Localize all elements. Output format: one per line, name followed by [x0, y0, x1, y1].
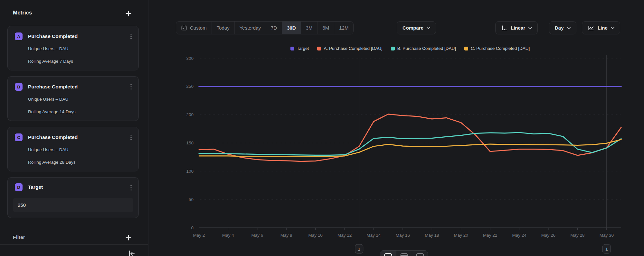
y-axis-label: 250: [186, 84, 194, 89]
y-axis-label: 0: [191, 225, 194, 230]
table-view-button[interactable]: [396, 251, 412, 256]
x-axis-label: May 2: [193, 233, 205, 238]
range-yesterday-button[interactable]: Yesterday: [234, 22, 266, 34]
chevron-down-icon: [567, 27, 571, 29]
x-axis-label: May 10: [308, 233, 323, 238]
metric-card-b[interactable]: B Purchase Completed Unique Users – DAU …: [7, 76, 139, 121]
metric-measure: Unique Users – DAU: [28, 46, 68, 51]
kebab-menu-icon: [130, 84, 132, 90]
range-6m-button[interactable]: 6M: [317, 22, 334, 34]
chart-view-icon: [384, 253, 392, 256]
metric-measure: Unique Users – DAU: [28, 97, 68, 102]
x-axis-label: May 20: [454, 233, 468, 238]
line-chart-icon: [588, 25, 594, 31]
y-axis-label: 300: [186, 56, 194, 61]
annotation-badge-label: 1: [605, 247, 608, 251]
kebab-menu-icon: [130, 33, 132, 39]
metric-menu-button[interactable]: [128, 82, 135, 91]
grid-view-icon: [416, 253, 424, 256]
x-axis-label: May 12: [337, 233, 352, 238]
metric-card-a[interactable]: A Purchase Completed Unique Users – DAU …: [7, 26, 139, 70]
y-axis-label: 200: [186, 112, 194, 117]
range-today-button[interactable]: Today: [212, 22, 234, 34]
x-axis-label: May 6: [251, 233, 263, 238]
y-axis-label: 150: [186, 141, 194, 145]
metric-rollup: Rolling Average 14 Days: [28, 109, 76, 114]
x-axis-label: May 14: [366, 233, 381, 238]
range-12m-button[interactable]: 12M: [334, 22, 353, 34]
range-custom-button[interactable]: Custom: [176, 22, 212, 34]
x-axis-label: May 4: [222, 233, 234, 238]
chevron-down-icon: [611, 27, 614, 29]
chart-view-button[interactable]: [380, 251, 396, 256]
y-axis-label: 50: [189, 197, 194, 202]
x-axis-label: May 18: [425, 233, 439, 238]
series-line-c: [199, 140, 621, 156]
chart-area: 050100150200250300May 2May 4May 6May 8Ma…: [148, 42, 644, 256]
target-card[interactable]: D Target: [7, 177, 139, 218]
collapse-sidebar-button[interactable]: [128, 250, 136, 256]
x-axis-label: May 8: [280, 233, 292, 238]
metric-badge: C: [15, 133, 23, 141]
metric-title: Purchase Completed: [28, 134, 78, 140]
target-value-input[interactable]: [13, 198, 133, 212]
series-line-b: [199, 133, 621, 155]
metric-measure: Unique Users – DAU: [28, 147, 68, 152]
metric-menu-button[interactable]: [128, 32, 135, 41]
scale-select-button[interactable]: Linear: [495, 21, 538, 34]
x-axis-label: May 16: [396, 233, 410, 238]
metric-rollup: Rolling Average 28 Days: [28, 160, 76, 165]
axis-scale-icon: [501, 25, 507, 31]
target-title: Target: [28, 184, 43, 190]
metric-badge: A: [15, 32, 23, 40]
granularity-select-button[interactable]: Day: [549, 21, 576, 34]
metric-title: Purchase Completed: [28, 84, 78, 90]
metric-rollup: Rolling Average 7 Days: [28, 59, 73, 64]
chart-svg: 050100150200250300May 2May 4May 6May 8Ma…: [148, 42, 644, 256]
plus-icon: [125, 234, 132, 241]
chevron-down-icon: [528, 27, 532, 29]
y-axis-label: 100: [186, 169, 194, 174]
compare-button[interactable]: Compare: [397, 21, 436, 34]
metric-menu-button[interactable]: [128, 133, 135, 142]
grid-view-button[interactable]: [412, 251, 428, 256]
add-metric-button[interactable]: [124, 9, 133, 18]
range-3m-button[interactable]: 3M: [301, 22, 317, 34]
kebab-menu-icon: [130, 134, 132, 140]
metric-badge: D: [15, 183, 23, 191]
x-axis-label: May 24: [512, 233, 526, 238]
x-axis-label: May 26: [541, 233, 555, 238]
range-30d-button[interactable]: 30D: [282, 22, 301, 34]
metric-title: Purchase Completed: [28, 33, 78, 39]
x-axis-label: May 22: [483, 233, 497, 238]
metrics-sidebar: Metrics A Purchase Completed Unique User…: [0, 0, 148, 256]
metric-card-c[interactable]: C Purchase Completed Unique Users – DAU …: [7, 127, 139, 171]
filter-section-title: Filter: [13, 234, 25, 240]
range-7d-button[interactable]: 7D: [266, 22, 282, 34]
collapse-sidebar-icon: [128, 250, 136, 256]
calendar-icon: [181, 25, 187, 31]
sidebar-title: Metrics: [13, 10, 32, 16]
chevron-down-icon: [427, 27, 430, 29]
sidebar-divider: [0, 244, 148, 245]
add-filter-button[interactable]: [124, 233, 133, 242]
table-view-icon: [400, 253, 408, 256]
date-range-control: Custom Today Yesterday 7D 30D 3M 6M 12M: [176, 21, 354, 34]
kebab-menu-icon: [130, 185, 132, 191]
view-switcher: [380, 250, 428, 256]
x-axis-label: May 30: [600, 233, 614, 238]
plus-icon: [125, 10, 132, 17]
chart-type-select-button[interactable]: Line: [582, 21, 620, 34]
metric-badge: B: [15, 83, 23, 91]
metric-menu-button[interactable]: [128, 183, 135, 192]
annotation-badge-label: 1: [358, 247, 361, 251]
x-axis-label: May 28: [570, 233, 584, 238]
